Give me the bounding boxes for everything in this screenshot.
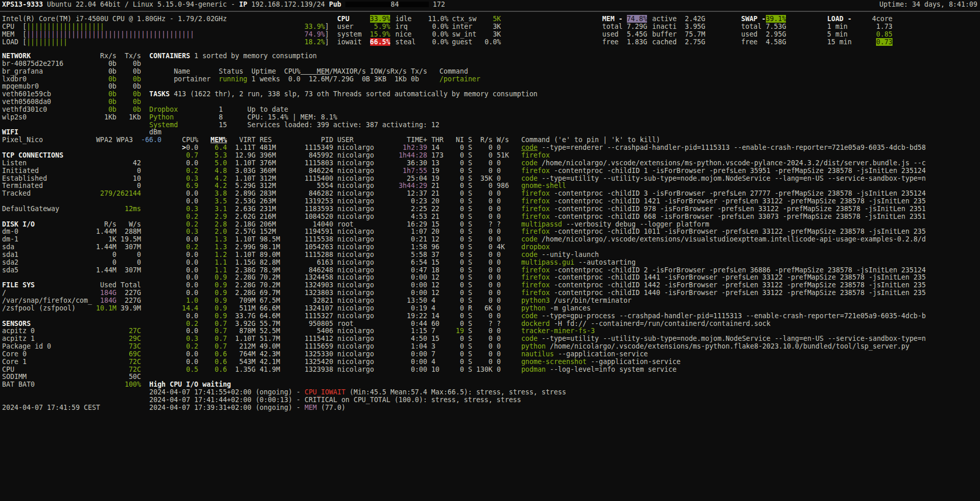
process-row[interactable]: 0.0 1.2 1.10T 89.0M 1115288 nicolargo 5:… [149,251,980,259]
process-row[interactable]: 0.0 3.5 2.53G 263M 1319253 nicolargo 0:2… [149,198,980,205]
col-header: Rx/s [391,67,407,75]
process-row[interactable]: 0.0 3.8 2.89G 283M 846282 nicolargo 12:3… [149,190,980,198]
extension-row: Systemd 15 Services loaded: 399 active: … [149,122,980,129]
process-row[interactable]: 0.7 5.3 12.9G 396M 845992 nicolargo 1h44… [149,152,980,160]
io-write: 0 [497,258,513,266]
virt: 33.7G [227,312,256,320]
process-row[interactable]: 0.0 0.9 2.28G 70.2M 1324458 nicolargo 0:… [149,274,980,282]
state: S [464,258,472,266]
text [427,75,440,83]
command-args: -H fd:// --containerd=/run/containerd/co… [550,320,771,327]
text [149,213,186,220]
mem-percent: 5.3 [198,151,227,159]
process-row[interactable]: 6.9 4.2 5.29G 312M 5554 nicolargo 3h44:2… [149,182,980,190]
cpu-stat-label: steal [395,38,424,46]
cpu-percent: 0.2 [186,320,198,327]
threads: 20 [431,197,444,205]
process-row[interactable]: 0.0 0.9 2.28G 69.7M 1323803 nicolargo 0:… [149,289,980,297]
process-row[interactable]: 0.3 3.1 2.63G 231M 1183593 nicolargo 2:2… [149,205,980,213]
mem-percent: 0.6 [198,350,227,358]
process-row[interactable]: 0.0 1.1 2.38G 78.9M 846248 nicolargo 0:4… [149,267,980,274]
threads: 37 [431,251,444,258]
user: nicolargo [337,182,378,189]
virt: 2.38G [227,266,256,274]
mem-percent: 3.8 [198,189,227,197]
pid: 846282 [284,189,333,197]
containers-header: CONTAINERS 1 sorted by memory consumptio… [149,53,980,60]
process-row[interactable]: 0.2 1.3 2.99G 98.1M 1054263 nicolargo 1:… [149,244,980,251]
text [856,30,877,38]
mem-stat-value: 2.42G [685,15,706,23]
text [513,273,521,281]
process-row[interactable]: 0.5 0.6 1.35G 41.9M 1323938 nicolargo 0:… [149,366,980,374]
process-row[interactable]: 0.0 1.1 1.15G 82.8M 6163 nicolargo 6:54 … [149,259,980,267]
process-row[interactable]: >0.0 6.4 1.11T 481M 1115349 nicolargo 1h… [149,144,980,152]
process-row[interactable]: 0.3 4.2 1.10T 312M 1115400 nicolargo 25:… [149,175,980,183]
mem-stat-row: active 2.42G [652,15,705,23]
process-row[interactable]: 0.3 2.0 2.57G 152M 1194591 nicolargo 1:0… [149,228,980,236]
process-row[interactable]: 0.2 0.7 212M 49.0M 1115659 nicolargo 1:0… [149,343,980,351]
process-row[interactable]: 0.2 2.8 2.18G 206M 14040 root 16:29 15 0… [149,221,980,229]
cpu-stat-value: 5K [493,15,501,23]
io-read: ? [472,220,493,228]
extension-status: Services loaded: 399 active: 387 activat… [248,121,440,129]
cpu-percent: 0.3 [186,335,198,342]
command-args: --verbosity debug --logger platform [562,220,709,228]
time: 0:21 [378,235,427,243]
disk-write: 19.5M [116,235,141,243]
tcp-value: 10 [100,175,141,182]
disk-name: sda1 [2,251,84,258]
nice: 0 [444,342,464,350]
threads: 12 [431,273,444,281]
pid: 1324903 [284,281,333,289]
cpu-percent: 0.3 [186,228,198,235]
text [513,342,521,350]
user: nicolargo [337,251,378,258]
io-read: 0 [472,350,493,358]
text [427,289,431,297]
process-row[interactable]: 0.0 0.9 2.28G 70.2M 1324903 nicolargo 0:… [149,282,980,289]
interface-rx: 0b [84,82,117,90]
process-row[interactable]: 0.0 0.7 878M 52.5M 5406 nicolargo 1:15 7… [149,327,980,335]
process-row[interactable]: 0.3 0.7 1.10T 51.7M 1115412 nicolargo 4:… [149,335,980,343]
state: S [464,350,472,358]
process-row[interactable]: 0.0 1.3 1.10T 98.5M 1115538 nicolargo 0:… [149,236,980,244]
mem-stat-label: MEM - [602,15,627,23]
col-header: TIME+ [378,136,427,144]
fs-mountpoint: / [2,289,92,297]
command-args: -contentproc -childID 2 -isForBrowser -p… [550,266,925,274]
process-row[interactable]: 0.2 4.8 3.03G 360M 846224 nicolargo 1h7:… [149,167,980,175]
ip-address: 192.168.172.139/24 [247,1,329,8]
io-read: 0 [472,273,493,281]
nice: 0 [444,243,464,251]
tasks-line: TASKS 413 (1622 thr), 2 run, 338 slp, 73… [149,91,980,98]
wifi-row: Pixel_Nico WPA2 WPA3 -66.0 [2,136,172,144]
cpu-percent: 0.0 [186,281,198,289]
main-panel: CONTAINERS 1 sorted by memory consumptio… [149,53,980,412]
pid: 1323938 [284,366,333,373]
command-args: -contentproc -childID 3 -isForBrowser -p… [550,189,925,197]
load-stat-value: 0.73 [876,38,892,46]
user: nicolargo [337,235,378,243]
text [513,151,521,159]
swap-stat-value: 7.53G [766,23,786,30]
process-row[interactable]: 0.2 0.7 3.92G 55.7M 950805 root 0:44 60 … [149,320,980,328]
text [856,15,872,23]
time: 1:15 [378,327,427,335]
container-row[interactable]: portainer running 1 weeks 0.0 12.6M/7.29… [149,76,980,83]
tcp-row: Terminated 0 [2,182,172,190]
alert-timestamp: 2024-04-07 17:41:44+02:00 (0:00:13) - CR… [149,396,521,404]
process-row[interactable]: 1.0 0.9 709M 67.5M 32821 nicolargo 13:50… [149,297,980,305]
process-row[interactable]: 14.4 0.9 511M 66.6M 1324107 nicolargo 0:… [149,305,980,313]
state: S [464,159,472,167]
process-row[interactable]: 0.0 0.9 33.7G 64.6M 1115327 nicolargo 19… [149,313,980,320]
mem-stat-value: 5.45G [627,30,647,38]
tcp-value: 0 [100,182,141,189]
col-header: CPU% [149,136,198,144]
time: 0:19 [378,304,427,312]
time: 1:04 [378,342,427,350]
process-row[interactable]: 0.0 0.6 543M 42.1M 1325420 nicolargo 0:0… [149,358,980,366]
process-row[interactable]: 0.0 0.6 764M 42.3M 1325330 nicolargo 0:0… [149,351,980,358]
process-row[interactable]: 0.0 5.0 1.10T 376M 1115803 nicolargo 36:… [149,160,980,167]
process-row[interactable]: 0.2 2.9 2.62G 216M 1084520 nicolargo 4:5… [149,213,980,221]
